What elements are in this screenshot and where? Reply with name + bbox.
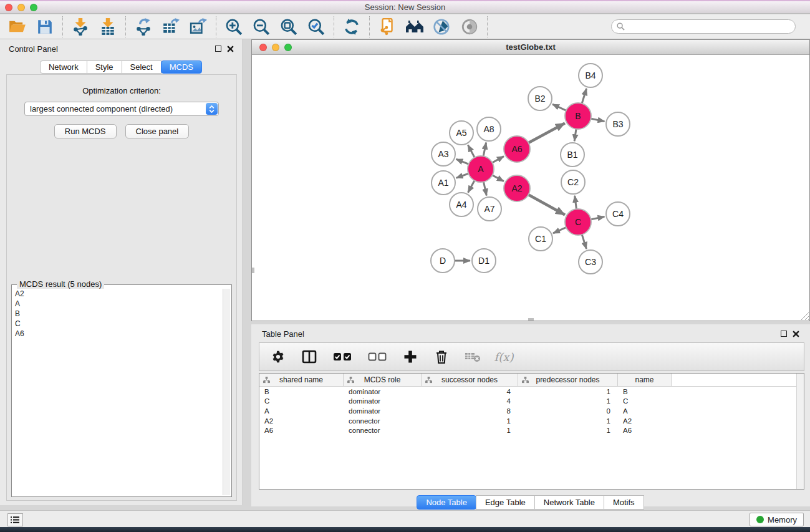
close-panel-icon[interactable]	[227, 46, 234, 52]
zoom-window-button[interactable]	[30, 4, 37, 11]
zoom-selected-icon[interactable]	[307, 17, 325, 36]
tab-network-table[interactable]: Network Table	[534, 495, 604, 510]
table-cell[interactable]: 4	[422, 397, 518, 405]
column-header-MCDS-role[interactable]: MCDS role	[344, 374, 422, 386]
network-canvas[interactable]: AA1A2A3A4A5A6A7A8BB1B2B3B4CC1C2C3C4DD1	[252, 55, 809, 321]
deselect-all-icon[interactable]	[367, 348, 388, 365]
table-cell[interactable]: A	[259, 407, 344, 415]
column-header-name[interactable]: name	[618, 374, 672, 386]
table-cell[interactable]: B	[259, 388, 344, 395]
search-field[interactable]	[611, 19, 796, 34]
table-cell[interactable]: 1	[422, 417, 518, 425]
settings-gear-icon[interactable]	[269, 348, 287, 365]
criterion-dropdown[interactable]: largest connected component (directed)	[24, 102, 219, 116]
tab-select[interactable]: Select	[122, 60, 162, 74]
node-table-body[interactable]: Bdominator41BCdominator41CAdominator80AA…	[259, 387, 804, 435]
node-C3[interactable]: C3	[579, 250, 602, 274]
node-A[interactable]: A	[468, 156, 494, 182]
save-session-icon[interactable]	[36, 17, 54, 36]
node-B1[interactable]: B1	[561, 143, 584, 167]
node-A2[interactable]: A2	[504, 175, 530, 201]
new-network-from-selection-icon[interactable]	[378, 17, 397, 36]
network-close-button[interactable]	[259, 44, 267, 51]
table-cell[interactable]: C	[259, 397, 344, 405]
run-mcds-button[interactable]: Run MCDS	[54, 124, 117, 138]
node-A8[interactable]: A8	[477, 117, 501, 141]
search-input[interactable]	[628, 22, 790, 31]
node-A3[interactable]: A3	[432, 142, 455, 166]
close-window-button[interactable]	[5, 4, 12, 11]
table-row[interactable]: A2connector11A2	[259, 416, 804, 426]
column-header-successor-nodes[interactable]: successor nodes	[422, 374, 518, 386]
table-cell[interactable]: A6	[259, 427, 344, 434]
export-table-icon[interactable]	[162, 17, 180, 36]
table-cell[interactable]: 1	[422, 427, 518, 434]
window-controls[interactable]	[5, 4, 37, 11]
delete-column-icon[interactable]	[433, 348, 450, 365]
table-cell[interactable]: connector	[344, 417, 422, 425]
table-cell[interactable]: 1	[518, 397, 618, 405]
node-C1[interactable]: C1	[529, 227, 552, 251]
table-row[interactable]: Bdominator41B	[259, 387, 804, 397]
first-neighbors-icon[interactable]	[405, 17, 424, 36]
table-row[interactable]: Cdominator41C	[259, 397, 804, 407]
mcds-result-scrollbar[interactable]	[223, 289, 230, 495]
table-cell[interactable]: 1	[518, 388, 618, 395]
table-row[interactable]: A6connector11A6	[259, 425, 804, 435]
tab-mcds[interactable]: MCDS	[161, 60, 202, 74]
task-history-button[interactable]	[7, 513, 23, 526]
tab-node-table[interactable]: Node Table	[417, 495, 476, 510]
node-A5[interactable]: A5	[450, 121, 473, 145]
table-cell[interactable]: dominator	[344, 397, 422, 405]
table-cell[interactable]: A2	[618, 417, 672, 425]
table-cell[interactable]: connector	[344, 427, 422, 434]
mcds-result-list[interactable]: A2ABCA6	[13, 289, 221, 495]
tab-motifs[interactable]: Motifs	[604, 495, 644, 510]
zoom-out-icon[interactable]	[252, 17, 271, 36]
node-B2[interactable]: B2	[528, 87, 552, 110]
float-panel-icon[interactable]	[215, 46, 221, 52]
table-cell[interactable]: 1	[518, 417, 618, 425]
node-A6[interactable]: A6	[504, 136, 530, 162]
memory-button[interactable]: Memory	[750, 513, 804, 526]
node-A4[interactable]: A4	[450, 193, 473, 216]
table-cell[interactable]: dominator	[344, 388, 422, 395]
node-table-header[interactable]: shared nameMCDS rolesuccessor nodesprede…	[259, 374, 804, 387]
table-cell[interactable]: dominator	[344, 407, 422, 415]
add-column-icon[interactable]	[402, 348, 419, 365]
table-cell[interactable]: 8	[422, 407, 518, 415]
tab-network[interactable]: Network	[40, 60, 87, 74]
show-columns-icon[interactable]	[301, 348, 318, 365]
network-window-titlebar[interactable]: testGlobe.txt	[252, 40, 809, 55]
table-row[interactable]: Adominator80A	[259, 406, 804, 416]
table-float-panel-icon[interactable]	[781, 331, 787, 337]
table-cell[interactable]: 0	[518, 407, 618, 415]
network-graph[interactable]: AA1A2A3A4A5A6A7A8BB1B2B3B4CC1C2C3C4DD1	[252, 55, 809, 321]
mcds-result-item[interactable]: A6	[15, 329, 221, 339]
tab-edge-table[interactable]: Edge Table	[476, 495, 535, 510]
node-C[interactable]: C	[565, 209, 591, 235]
table-scrollbar[interactable]	[796, 374, 804, 489]
select-all-icon[interactable]	[332, 348, 353, 365]
delete-table-icon[interactable]	[464, 348, 481, 365]
column-header-shared-name[interactable]: shared name	[259, 374, 344, 386]
node-B3[interactable]: B3	[606, 112, 630, 136]
network-zoom-button[interactable]	[284, 44, 292, 51]
network-minimize-button[interactable]	[272, 44, 279, 51]
mcds-result-item[interactable]: C	[15, 319, 221, 329]
mcds-result-item[interactable]: A	[15, 299, 221, 309]
apply-layout-icon[interactable]	[342, 17, 361, 36]
function-builder-icon[interactable]: f(x)	[495, 348, 513, 365]
import-table-icon[interactable]	[99, 17, 117, 36]
column-header-predecessor-nodes[interactable]: predecessor nodes	[518, 374, 618, 386]
node-D1[interactable]: D1	[472, 249, 496, 273]
minimize-window-button[interactable]	[17, 4, 25, 11]
table-cell[interactable]: B	[618, 388, 672, 395]
table-cell[interactable]: A	[618, 407, 672, 415]
node-A1[interactable]: A1	[432, 171, 455, 195]
open-file-icon[interactable]	[8, 17, 27, 36]
zoom-in-icon[interactable]	[224, 17, 243, 36]
node-D[interactable]: D	[431, 249, 455, 273]
table-cell[interactable]: A6	[618, 427, 672, 434]
table-cell[interactable]: A2	[259, 417, 344, 425]
